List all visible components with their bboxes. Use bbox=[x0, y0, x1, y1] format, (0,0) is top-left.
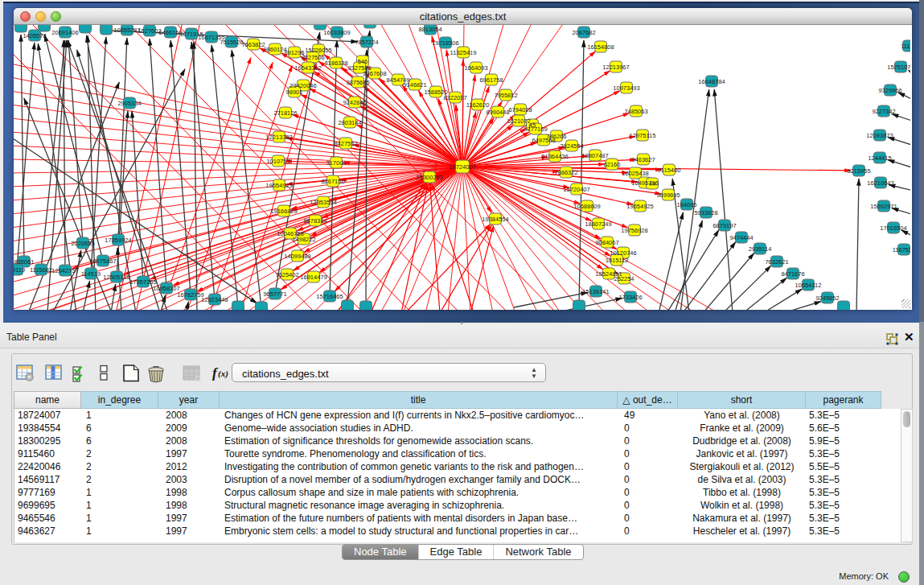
svg-text:12942757: 12942757 bbox=[51, 267, 78, 274]
svg-text:19384554: 19384554 bbox=[482, 216, 508, 223]
svg-text:17359924: 17359924 bbox=[105, 237, 131, 244]
svg-text:2087682: 2087682 bbox=[572, 29, 595, 36]
svg-text:2935114: 2935114 bbox=[749, 245, 772, 253]
svg-text:8878334: 8878334 bbox=[303, 217, 326, 225]
svg-text:8427552: 8427552 bbox=[334, 140, 357, 147]
svg-text:7955812: 7955812 bbox=[494, 92, 517, 99]
svg-text:12213967: 12213967 bbox=[602, 64, 629, 71]
svg-text:12975115: 12975115 bbox=[630, 132, 656, 139]
svg-text:19756928: 19756928 bbox=[621, 227, 647, 234]
svg-text:1527602: 1527602 bbox=[138, 27, 161, 35]
svg-text:8471676: 8471676 bbox=[781, 270, 804, 278]
svg-text:9657771: 9657771 bbox=[263, 290, 286, 298]
svg-text:2803144: 2803144 bbox=[338, 119, 361, 126]
svg-text:317004: 317004 bbox=[326, 159, 346, 167]
svg-text:1664093: 1664093 bbox=[464, 64, 487, 72]
svg-text:12353594: 12353594 bbox=[310, 199, 336, 206]
svg-text:10688609: 10688609 bbox=[573, 203, 600, 210]
svg-text:1115682: 1115682 bbox=[30, 266, 52, 274]
svg-text:16782759: 16782759 bbox=[177, 291, 203, 299]
svg-text:1405572: 1405572 bbox=[23, 32, 46, 39]
svg-text:18807249: 18807249 bbox=[585, 220, 611, 228]
svg-text:7857224: 7857224 bbox=[355, 39, 378, 46]
svg-text:2905334: 2905334 bbox=[117, 100, 141, 107]
svg-text:1010755: 1010755 bbox=[266, 158, 290, 165]
svg-text:835061: 835061 bbox=[14, 258, 34, 266]
svg-text:20691406: 20691406 bbox=[51, 29, 78, 36]
svg-text:17016504: 17016504 bbox=[880, 225, 906, 232]
svg-text:3824554: 3824554 bbox=[560, 142, 583, 150]
svg-text:11325419: 11325419 bbox=[450, 49, 477, 56]
svg-text:15720407: 15720407 bbox=[563, 186, 589, 193]
svg-text:19218506: 19218506 bbox=[432, 39, 458, 47]
svg-text:6879197: 6879197 bbox=[713, 222, 736, 229]
svg-text:16210643: 16210643 bbox=[867, 179, 893, 187]
svg-text:16543362: 16543362 bbox=[294, 64, 321, 72]
svg-text:7515526: 7515526 bbox=[220, 39, 243, 46]
svg-text:16033809: 16033809 bbox=[323, 29, 350, 36]
svg-text:9699695: 9699695 bbox=[656, 192, 680, 199]
svg-text:9245652: 9245652 bbox=[815, 295, 839, 302]
svg-text:6466160: 6466160 bbox=[158, 29, 182, 36]
svg-text:10120746: 10120746 bbox=[610, 249, 636, 257]
svg-text:15692971: 15692971 bbox=[870, 203, 897, 210]
svg-text:1733426: 1733426 bbox=[618, 294, 642, 301]
svg-text:6497568: 6497568 bbox=[532, 137, 555, 144]
svg-text:252254: 252254 bbox=[614, 275, 634, 282]
svg-text:16914479: 16914479 bbox=[300, 274, 326, 281]
svg-text:6794028: 6794028 bbox=[508, 106, 532, 113]
svg-text:62160: 62160 bbox=[604, 161, 621, 168]
svg-text:10807487: 10807487 bbox=[581, 152, 608, 159]
svg-text:15226055: 15226055 bbox=[305, 47, 331, 54]
svg-text:9463627: 9463627 bbox=[631, 156, 655, 163]
svg-text:8215955: 8215955 bbox=[847, 167, 870, 175]
svg-text:16154808: 16154808 bbox=[587, 43, 614, 51]
svg-text:2367608: 2367608 bbox=[363, 70, 386, 77]
svg-text:19654925: 19654925 bbox=[626, 203, 653, 210]
svg-text:8267150: 8267150 bbox=[321, 178, 344, 185]
svg-text:12505135: 12505135 bbox=[103, 274, 129, 281]
svg-text:15136141: 15136141 bbox=[582, 288, 609, 295]
svg-text:9115460: 9115460 bbox=[658, 167, 681, 174]
svg-text:18724007: 18724007 bbox=[449, 163, 475, 171]
svg-text:164095: 164095 bbox=[676, 201, 696, 208]
svg-text:8813054: 8813054 bbox=[418, 26, 441, 33]
svg-text:1167533: 1167533 bbox=[893, 246, 910, 253]
svg-text:19654925: 19654925 bbox=[265, 182, 292, 189]
svg-text:25300293: 25300293 bbox=[416, 174, 442, 181]
svg-text:14099489: 14099489 bbox=[284, 253, 310, 260]
svg-text:10855287: 10855287 bbox=[113, 27, 140, 34]
svg-text:7886322: 7886322 bbox=[554, 169, 577, 176]
svg-text:10654112: 10654112 bbox=[795, 282, 822, 289]
svg-text:2718126: 2718126 bbox=[273, 109, 297, 117]
svg-text:7663822: 7663822 bbox=[241, 41, 265, 48]
svg-text:9860124: 9860124 bbox=[263, 46, 286, 53]
svg-text:9227342: 9227342 bbox=[872, 108, 895, 115]
svg-text:39119: 39119 bbox=[14, 266, 25, 274]
svg-text:10975867: 10975867 bbox=[89, 257, 116, 265]
svg-text:1244415: 1244415 bbox=[868, 154, 891, 162]
svg-text:1498222: 1498222 bbox=[292, 236, 315, 243]
svg-text:19166829: 19166829 bbox=[270, 208, 297, 215]
svg-text:9146821: 9146821 bbox=[403, 81, 426, 89]
svg-text:(x): (x) bbox=[218, 369, 228, 379]
svg-text:7485063: 7485063 bbox=[624, 108, 647, 115]
svg-text:7625402: 7625402 bbox=[275, 271, 298, 278]
svg-text:9474444: 9474444 bbox=[729, 234, 753, 241]
svg-text:44: 44 bbox=[649, 180, 655, 187]
svg-text:21364436: 21364436 bbox=[541, 153, 568, 160]
svg-text:5933928: 5933928 bbox=[694, 209, 717, 216]
svg-text:6961758: 6961758 bbox=[479, 76, 503, 84]
svg-text:10025438: 10025438 bbox=[622, 170, 648, 177]
svg-text:8990448: 8990448 bbox=[486, 109, 509, 116]
svg-text:11121: 11121 bbox=[901, 43, 910, 50]
svg-text:9327506: 9327506 bbox=[301, 54, 324, 61]
svg-text:1621072: 1621072 bbox=[507, 117, 530, 125]
svg-text:3875685: 3875685 bbox=[346, 79, 369, 86]
svg-text:2020655: 2020655 bbox=[71, 240, 94, 247]
svg-text:8186328: 8186328 bbox=[324, 60, 347, 67]
svg-text:1162620: 1162620 bbox=[466, 101, 490, 109]
svg-text:114519: 114519 bbox=[81, 270, 101, 278]
svg-text:8322037: 8322037 bbox=[443, 94, 466, 101]
svg-text:12093873: 12093873 bbox=[866, 132, 893, 139]
